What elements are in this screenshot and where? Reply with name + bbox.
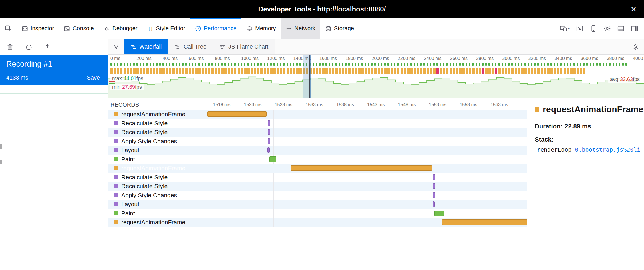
frame-tick <box>472 63 474 66</box>
waterfall-row[interactable]: Recalculate Style <box>108 119 527 128</box>
marker-bar[interactable] <box>268 138 270 144</box>
waterfall-row[interactable]: Recalculate Style <box>108 182 527 191</box>
marker-bar[interactable] <box>268 129 270 135</box>
tab-storage[interactable]: Storage <box>320 18 359 39</box>
ruler-label: 3000 ms <box>502 56 520 61</box>
tab-memory[interactable]: Memory <box>241 18 281 39</box>
call-tree-view-button[interactable]: Call Tree <box>168 39 213 54</box>
frame-tick <box>208 63 210 66</box>
source-link[interactable]: 0.bootstrap.js%20li <box>575 146 640 153</box>
activity-block <box>146 68 148 74</box>
frame-tick <box>622 63 624 66</box>
recording-item[interactable]: Recording #1 4133 ms Save <box>0 55 108 85</box>
waterfall-row[interactable]: Recalculate Style <box>108 128 527 137</box>
tab-console[interactable]: Console <box>59 18 98 39</box>
waterfall-header: RECORDS 1518 ms1523 ms1528 ms1533 ms1538… <box>108 100 527 110</box>
tab-performance[interactable]: Performance <box>190 18 242 39</box>
filter-button[interactable] <box>108 39 124 54</box>
activity-block <box>215 68 217 74</box>
frame-tick <box>290 63 291 66</box>
frame-tick <box>136 63 138 66</box>
clear-recordings-button[interactable] <box>6 43 14 51</box>
activity-block <box>322 68 325 74</box>
marker-bar[interactable] <box>433 192 435 198</box>
waterfall-row[interactable]: Apply Style Changes <box>108 137 527 146</box>
marker-bar[interactable] <box>433 174 435 180</box>
waterfall-row[interactable]: Apply Style Changes <box>108 191 527 200</box>
marker-bar[interactable] <box>433 201 435 207</box>
waterfall-row[interactable]: Recalculate Style <box>108 173 527 182</box>
performance-settings-button[interactable] <box>627 39 644 54</box>
marker-bar[interactable] <box>291 165 432 171</box>
waterfall-row[interactable]: requestAnimationFrame <box>108 164 527 173</box>
fps-min-label: min27.69fps <box>110 84 144 90</box>
activity-block <box>476 68 478 74</box>
waterfall-row[interactable]: Layout <box>108 200 527 209</box>
tab-inspector[interactable]: Inspector <box>17 18 59 39</box>
frame-tick <box>544 63 545 66</box>
marker-bar[interactable] <box>207 111 267 117</box>
waterfall-row[interactable]: requestAnimationFrame <box>108 110 527 119</box>
activity-block <box>120 68 122 74</box>
inspector-icon <box>22 25 28 32</box>
device-icon <box>590 25 597 32</box>
tab-network[interactable]: Network <box>281 18 320 39</box>
frame-tick <box>244 63 245 66</box>
frame-tick <box>482 63 484 66</box>
frame-tick <box>485 63 487 66</box>
activity-block <box>325 68 328 74</box>
marker-bar[interactable] <box>434 211 444 216</box>
marker-color-swatch <box>114 175 118 179</box>
responsive-design-button[interactable]: ▾ <box>560 25 570 32</box>
split-console-button[interactable] <box>617 25 625 32</box>
framerate-graph: max44.01fps min27.69fps avg33.63fps <box>108 75 644 98</box>
activity-block <box>140 68 142 74</box>
marker-bar[interactable] <box>268 120 270 126</box>
marker-color-swatch <box>114 112 118 116</box>
activity-block <box>313 68 315 74</box>
marker-bar[interactable] <box>269 156 277 162</box>
marker-duration: Duration: 22.89 ms <box>535 123 591 130</box>
row-label: Recalculate Style <box>121 119 168 128</box>
waterfall-view-button[interactable]: Waterfall <box>124 39 168 54</box>
waterfall-row[interactable]: Layout <box>108 146 527 155</box>
frame-tick <box>287 63 288 66</box>
max-marker-line <box>109 81 115 82</box>
tab-debugger[interactable]: Debugger <box>99 18 142 39</box>
activity-block <box>283 68 285 74</box>
save-recording-link[interactable]: Save <box>87 74 100 81</box>
pick-element-button[interactable] <box>0 18 17 39</box>
frame-tick <box>453 63 454 66</box>
frame-tick <box>150 63 151 66</box>
js-flame-chart-view-button[interactable]: JS Flame Chart <box>213 39 275 54</box>
frame-tick <box>280 63 281 66</box>
frame-picker-button[interactable] <box>576 25 583 32</box>
frame-tick <box>476 63 477 66</box>
ruler-label: 3600 ms <box>581 56 598 61</box>
scrollbar-mark <box>0 160 2 164</box>
record-performance-button[interactable] <box>25 43 33 51</box>
waterfall-row[interactable]: Paint <box>108 209 527 218</box>
frame-tick <box>443 63 444 66</box>
waterfall-row[interactable]: Paint <box>108 155 527 164</box>
activity-block <box>583 68 585 74</box>
import-recording-button[interactable] <box>44 43 51 51</box>
marker-bar[interactable] <box>442 219 527 225</box>
timeline-overview[interactable]: 0 ms200 ms400 ms600 ms800 ms1000 ms1200 … <box>108 55 644 98</box>
selection-range[interactable] <box>303 55 311 98</box>
marker-bar[interactable] <box>433 183 435 189</box>
activity-block <box>254 68 256 74</box>
frame-tick <box>466 63 467 66</box>
sidebar-toggle-button[interactable] <box>631 25 638 32</box>
frame-tick <box>469 63 470 66</box>
ruler-label: 2600 ms <box>450 56 468 61</box>
device-button[interactable] <box>590 25 597 32</box>
waterfall-row[interactable]: requestAnimationFrame <box>108 218 527 227</box>
frame-tick <box>296 63 298 66</box>
marker-bar[interactable] <box>267 147 270 153</box>
close-button[interactable]: ✕ <box>631 5 637 13</box>
activity-block <box>205 68 207 74</box>
activity-block <box>430 68 432 74</box>
tab-style-editor[interactable]: { }Style Editor <box>142 18 190 39</box>
settings-gear-button[interactable] <box>603 25 611 32</box>
